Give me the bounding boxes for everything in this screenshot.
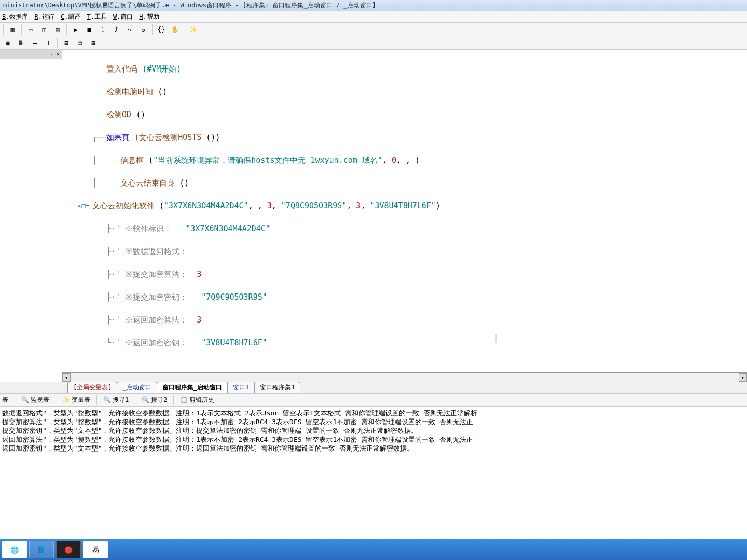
menu-window[interactable]: W.窗口 (113, 12, 133, 21)
tool-stop-icon[interactable]: ■ (84, 24, 95, 35)
tool2-c-icon[interactable]: ⟶ (29, 37, 40, 49)
tool-layout2-icon[interactable]: ◫ (38, 24, 50, 35)
tab-window1[interactable]: 窗口1 (227, 382, 255, 393)
menu-bar: B.数据库 R.运行 C.编译 T.工具 W.窗口 H.帮助 (0, 11, 747, 23)
tool-layout1-icon[interactable]: ▭ (25, 24, 36, 35)
tab-start-window[interactable]: _启动窗口 (117, 382, 157, 393)
toolbar-secondary: ≡ ⊪ ⟶ ⊥ ⊟ ⧉ ⊞ (0, 36, 747, 50)
output-panel[interactable]: 数据返回格式"，类型为"整数型"，允许接收空参数数据。注明：1表示文本格式 2表… (0, 407, 747, 458)
tool2-e-icon[interactable]: ⊟ (61, 37, 72, 49)
toolbar-main: ▦ ▭ ◫ ▤ ▶ ■ ⤵ ⤴ ↷ ↺ {} ✋ ✨ (0, 23, 747, 36)
taskbar-chrome[interactable]: 🌐 (2, 541, 27, 558)
btool-table[interactable]: 表 (2, 396, 8, 404)
sidebar-panel: ▭ ✕ (0, 50, 62, 382)
tool-props-icon[interactable]: ▦ (7, 24, 18, 35)
tool2-b-icon[interactable]: ⊪ (16, 37, 27, 49)
scroll-left-icon[interactable]: ◂ (62, 373, 71, 382)
taskbar: 🌐 📘 🔴 易 (0, 539, 747, 560)
tool2-a-icon[interactable]: ≡ (2, 37, 13, 49)
bottom-toolbar: 表 🔍 监视表 ✨ 变量表 🔍 搜寻1 🔍 搜寻2 📋 剪辑历史 (0, 393, 747, 407)
menu-compile[interactable]: C.编译 (61, 12, 80, 21)
tool-hand-icon[interactable]: ✋ (169, 24, 181, 35)
tool-step4-icon[interactable]: ↺ (137, 24, 149, 35)
editor-tabs: [全局变量表] _启动窗口 窗口程序集_启动窗口 窗口1 窗口程序集1 (0, 382, 747, 393)
tool-step1-icon[interactable]: ⤵ (97, 24, 108, 35)
tool2-d-icon[interactable]: ⊥ (43, 37, 54, 49)
tool-wand-icon[interactable]: ✨ (187, 24, 199, 35)
menu-help[interactable]: H.帮助 (139, 12, 159, 21)
taskbar-record[interactable]: 🔴 (56, 541, 81, 558)
tab-procset1[interactable]: 窗口程序集1 (254, 382, 300, 393)
tool2-f-icon[interactable]: ⧉ (74, 37, 86, 49)
tool-step3-icon[interactable]: ↷ (124, 24, 135, 35)
menu-tool[interactable]: T.工具 (87, 12, 106, 21)
btool-search2[interactable]: 🔍 搜寻2 (142, 396, 167, 404)
btool-search1[interactable]: 🔍 搜寻1 (103, 396, 129, 404)
sidebar-pin-icon[interactable]: ▭ (50, 51, 56, 57)
menu-run[interactable]: R.运行 (34, 12, 54, 21)
btool-vars[interactable]: ✨ 变量表 (62, 396, 90, 404)
btool-cliphistory[interactable]: 📋 剪辑历史 (180, 396, 214, 404)
menu-db[interactable]: B.数据库 (2, 12, 28, 21)
taskbar-app1[interactable]: 📘 (29, 541, 54, 558)
sidebar-close-icon[interactable]: ✕ (56, 51, 61, 57)
tool-step2-icon[interactable]: ⤴ (110, 24, 122, 35)
tab-window-procset[interactable]: 窗口程序集_启动窗口 (157, 382, 228, 393)
tool-run-icon[interactable]: ▶ (70, 24, 81, 35)
scroll-right-icon[interactable]: ▸ (739, 373, 747, 382)
code-editor[interactable]: 置入代码 (#VM开始) 检测电脑时间 () 检测OD () ┌──如果真 (文… (62, 50, 747, 382)
text-cursor: | (494, 333, 499, 343)
taskbar-elang[interactable]: 易 (83, 541, 108, 558)
tool-brace-icon[interactable]: {} (156, 24, 167, 35)
btool-watch[interactable]: 🔍 监视表 (21, 396, 49, 404)
title-bar: ministrator\Desktop\VMP授权易语言例子\单码例子.e - … (0, 0, 747, 11)
tool-layout3-icon[interactable]: ▤ (52, 24, 63, 35)
tool2-g-icon[interactable]: ⊞ (88, 37, 99, 49)
tab-global-vars[interactable]: [全局变量表] (67, 382, 117, 393)
